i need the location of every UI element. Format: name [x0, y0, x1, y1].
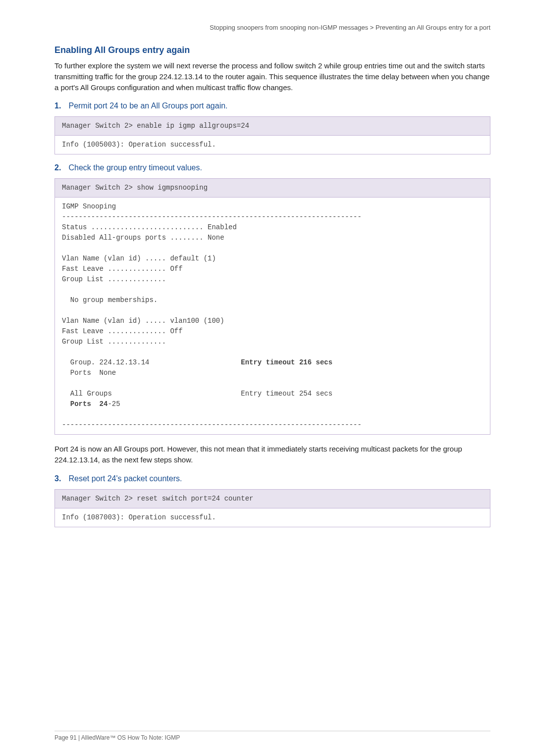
breadcrumb-left: Stopping snoopers from snooping non-IGMP…: [210, 24, 368, 31]
breadcrumb: Stopping snoopers from snooping non-IGMP…: [54, 24, 490, 31]
code-2-allgroups: All Groups Entry timeout 254 secs: [62, 390, 332, 398]
code-2-cmd: Manager Switch 2> show igmpsnooping: [55, 179, 490, 198]
code-2-ports-pad: [62, 400, 70, 408]
step-2-num: 2.: [54, 163, 66, 172]
code-2-group-bold: Entry timeout 216 secs: [241, 358, 332, 366]
step-3: 3. Reset port 24's packet counters.: [54, 474, 490, 483]
step-3-num: 3.: [54, 474, 66, 483]
breadcrumb-right: Preventing an All Groups entry for a por…: [375, 24, 490, 31]
code-block-3: Manager Switch 2> reset switch port=24 c…: [54, 489, 490, 527]
step-1-num: 1.: [54, 101, 66, 110]
breadcrumb-sep: >: [368, 24, 375, 31]
intro-paragraph: To further explore the system we will ne…: [54, 60, 490, 93]
code-block-2: Manager Switch 2> show igmpsnooping IGMP…: [54, 178, 490, 435]
code-2-ports-bold: Ports 24: [70, 400, 108, 408]
code-2-out: IGMP Snooping --------------------------…: [55, 198, 490, 434]
code-2-pre1: IGMP Snooping --------------------------…: [62, 202, 362, 346]
step-1: 1. Permit port 24 to be an All Groups po…: [54, 101, 490, 110]
mid-paragraph: Port 24 is now an All Groups port. Howev…: [54, 444, 490, 465]
code-1-cmd: Manager Switch 2> enable ip igmp allgrou…: [55, 117, 490, 136]
step-1-text: Permit port 24 to be an All Groups port …: [68, 101, 227, 110]
code-block-1: Manager Switch 2> enable ip igmp allgrou…: [54, 116, 490, 154]
code-2-ports-none: Ports None: [62, 369, 116, 377]
code-2-group-left: Group. 224.12.13.14: [62, 358, 241, 366]
step-3-text: Reset port 24's packet counters.: [68, 474, 182, 483]
code-1-out: Info (1005003): Operation successful.: [55, 136, 490, 154]
code-2-tail: ----------------------------------------…: [62, 421, 362, 429]
code-3-out: Info (1087003): Operation successful.: [55, 508, 490, 527]
code-3-cmd: Manager Switch 2> reset switch port=24 c…: [55, 490, 490, 508]
section-title: Enabling All Groups entry again: [54, 45, 490, 55]
step-2: 2. Check the group entry timeout values.: [54, 163, 490, 172]
page-footer: Page 91 | AlliedWare™ OS How To Note: IG…: [54, 731, 490, 741]
code-2-ports-rest: -25: [107, 400, 120, 408]
step-2-text: Check the group entry timeout values.: [68, 163, 202, 172]
